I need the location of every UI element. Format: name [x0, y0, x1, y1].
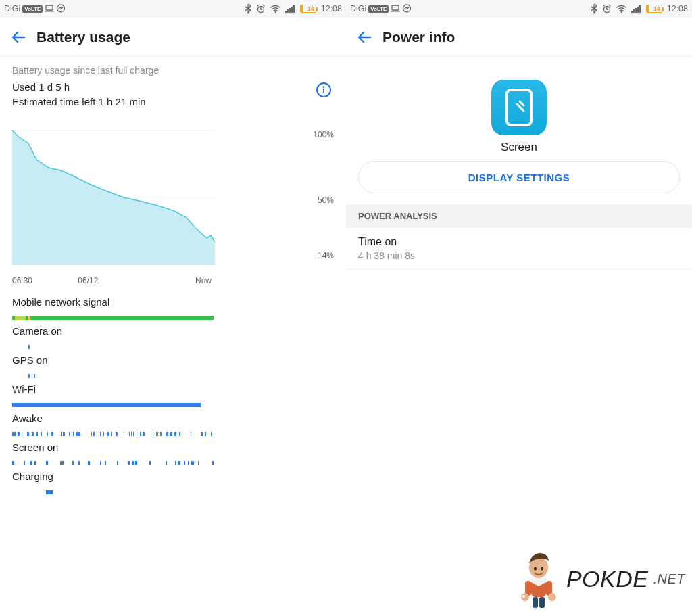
battery-usage-screen: DiGi VoLTE [0, 0, 346, 616]
timeline-label: Camera on [12, 325, 334, 337]
screen-icon [491, 80, 547, 135]
laptop-icon [45, 5, 54, 13]
estimate-line: Estimated time left 1 h 21 min [12, 95, 314, 110]
svg-rect-79 [128, 461, 130, 465]
display-settings-button[interactable]: DISPLAY SETTINGS [358, 161, 680, 193]
timeline-label: GPS on [12, 354, 334, 366]
page-title: Battery usage [36, 29, 130, 45]
svg-rect-51 [143, 432, 145, 436]
status-bar: DiGi VoLTE [0, 0, 346, 18]
svg-rect-31 [51, 432, 53, 436]
back-button[interactable] [351, 24, 378, 51]
svg-rect-9 [293, 5, 295, 13]
svg-rect-72 [72, 461, 74, 465]
svg-rect-5 [285, 11, 287, 13]
svg-rect-18 [28, 345, 30, 349]
svg-rect-71 [61, 461, 64, 465]
timeline-label: Mobile network signal [12, 296, 334, 308]
svg-rect-90 [197, 461, 197, 465]
back-button[interactable] [5, 24, 32, 51]
svg-rect-115 [539, 597, 545, 608]
x-tick-0: 06:30 [12, 276, 78, 285]
svg-rect-33 [63, 432, 65, 436]
svg-rect-99 [631, 11, 633, 13]
svg-rect-67 [34, 461, 36, 465]
time-on-value: 4 h 38 min 8s [358, 250, 680, 261]
info-button[interactable] [314, 80, 334, 100]
svg-rect-82 [149, 461, 151, 465]
svg-rect-37 [78, 432, 80, 436]
svg-rect-54 [157, 432, 158, 436]
svg-rect-92 [212, 461, 214, 465]
signal-icon [631, 5, 641, 13]
svg-rect-85 [178, 461, 180, 465]
svg-rect-6 [287, 9, 289, 13]
svg-rect-65 [24, 461, 25, 465]
svg-rect-76 [105, 461, 106, 465]
svg-rect-101 [635, 8, 637, 13]
battery-chart[interactable]: 100% 50% 14% [12, 130, 334, 272]
timeline-label: Awake [12, 412, 334, 424]
timeline-awake: Awake [12, 412, 334, 431]
svg-rect-61 [201, 432, 203, 436]
signal-icon [285, 5, 295, 13]
svg-rect-12 [323, 89, 324, 93]
svg-rect-89 [193, 461, 194, 465]
svg-rect-39 [93, 432, 95, 436]
svg-rect-93 [46, 490, 53, 494]
app-bar: Power info [346, 18, 692, 57]
svg-rect-19 [28, 374, 30, 378]
svg-rect-27 [32, 432, 34, 436]
svg-rect-60 [191, 432, 191, 436]
timeline-mobile: Mobile network signal [12, 296, 334, 314]
svg-rect-64 [12, 461, 14, 465]
y-label-100: 100% [313, 130, 334, 139]
timeline-wifi: Wi-Fi [12, 383, 334, 402]
svg-point-113 [522, 595, 525, 598]
svg-rect-103 [639, 5, 641, 13]
svg-rect-75 [100, 461, 101, 465]
timeline-label: Charging [12, 471, 334, 482]
carrier-label: DiGi [350, 4, 366, 14]
status-bar: DiGi VoLTE [346, 0, 692, 18]
svg-rect-29 [41, 432, 42, 436]
timeline-screen: Screen on [12, 442, 334, 460]
svg-rect-44 [116, 432, 118, 436]
svg-rect-100 [633, 9, 635, 13]
svg-point-4 [274, 11, 276, 13]
timeline-camera: Camera on [12, 325, 334, 343]
svg-rect-0 [46, 5, 53, 10]
used-line: Used 1 d 5 h [12, 80, 314, 95]
messenger-icon [402, 4, 412, 14]
alarm-icon [602, 4, 612, 14]
svg-rect-102 [637, 7, 639, 13]
svg-rect-8 [291, 7, 293, 13]
svg-rect-91 [198, 461, 199, 465]
mascot-icon [515, 548, 562, 609]
svg-rect-20 [34, 374, 35, 378]
svg-rect-36 [76, 432, 78, 436]
svg-rect-52 [153, 432, 153, 436]
svg-rect-49 [137, 432, 137, 436]
wifi-icon [270, 5, 280, 13]
status-time: 12:08 [667, 4, 688, 14]
timeline-label: Screen on [12, 442, 334, 453]
svg-rect-78 [117, 461, 118, 465]
svg-rect-95 [391, 11, 400, 12]
svg-rect-25 [22, 432, 22, 436]
svg-point-11 [323, 86, 325, 88]
x-axis: 06:30 06/12 Now [12, 276, 212, 285]
svg-point-98 [620, 11, 622, 13]
bluetooth-icon [591, 4, 597, 14]
carrier-label: DiGi [4, 4, 20, 14]
svg-rect-48 [133, 432, 134, 436]
svg-rect-63 [211, 432, 212, 436]
timeline-charging: Charging [12, 471, 334, 489]
svg-rect-73 [78, 461, 80, 465]
svg-rect-59 [179, 432, 180, 436]
time-on-item[interactable]: Time on 4 h 38 min 8s [346, 228, 692, 270]
svg-rect-16 [15, 316, 26, 320]
display-settings-label: DISPLAY SETTINGS [468, 172, 570, 183]
svg-rect-69 [51, 461, 51, 465]
svg-rect-56 [166, 432, 168, 436]
